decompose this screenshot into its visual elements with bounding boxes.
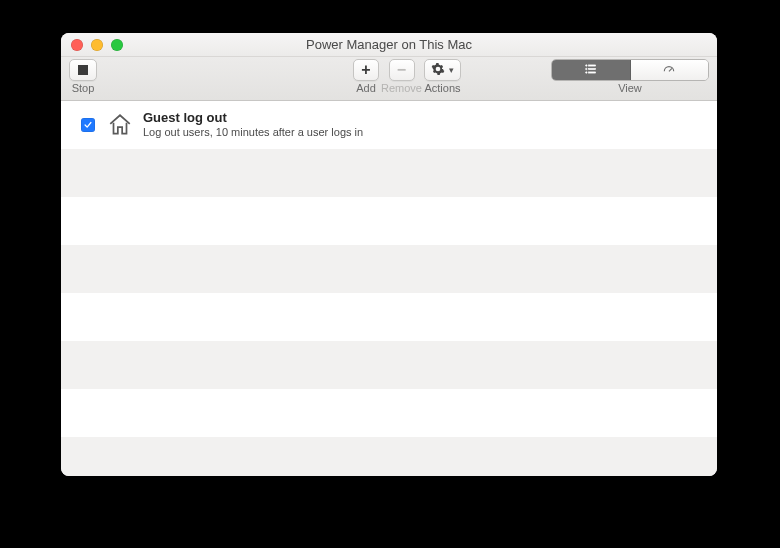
svg-rect-5 — [588, 71, 595, 72]
list-item — [61, 149, 717, 197]
toolbar: Stop Add Remove ▾ Ac — [61, 57, 717, 101]
svg-point-2 — [585, 68, 587, 70]
list-item — [61, 437, 717, 476]
view-label: View — [618, 82, 642, 94]
checkmark-icon — [83, 120, 93, 130]
enable-checkbox[interactable] — [81, 118, 95, 132]
stop-label: Stop — [72, 82, 95, 94]
home-icon — [107, 112, 133, 138]
minimize-window-button[interactable] — [91, 39, 103, 51]
view-gauge-button[interactable] — [631, 60, 709, 80]
event-subtitle: Log out users, 10 minutes after a user l… — [143, 126, 363, 140]
event-title: Guest log out — [143, 110, 363, 126]
list-item — [61, 293, 717, 341]
list-icon — [582, 62, 600, 79]
svg-point-4 — [585, 71, 587, 73]
list-item-text: Guest log out Log out users, 10 minutes … — [143, 110, 363, 140]
toolbar-group-remove: Remove — [381, 59, 422, 94]
gear-icon — [431, 62, 445, 79]
toolbar-group-view: View — [551, 59, 709, 94]
titlebar: Power Manager on This Mac — [61, 33, 717, 57]
list-item — [61, 341, 717, 389]
close-window-button[interactable] — [71, 39, 83, 51]
window-controls — [61, 33, 123, 56]
view-list-button[interactable] — [552, 60, 631, 80]
stop-button[interactable] — [69, 59, 97, 81]
list-item[interactable]: Guest log out Log out users, 10 minutes … — [61, 101, 717, 149]
remove-button[interactable] — [389, 59, 415, 81]
app-window: Power Manager on This Mac Stop Add Remov… — [61, 33, 717, 476]
toolbar-group-stop: Stop — [69, 59, 97, 94]
actions-menu-button[interactable]: ▾ — [424, 59, 461, 81]
window-title: Power Manager on This Mac — [61, 37, 717, 52]
svg-line-6 — [669, 68, 672, 71]
event-list: Guest log out Log out users, 10 minutes … — [61, 101, 717, 476]
toolbar-group-add: Add — [353, 59, 379, 94]
actions-label: Actions — [424, 82, 460, 94]
gauge-icon — [660, 62, 678, 79]
add-button[interactable] — [353, 59, 379, 81]
stop-icon — [78, 65, 88, 75]
view-segmented-control — [551, 59, 709, 81]
svg-point-0 — [585, 64, 587, 66]
list-item — [61, 197, 717, 245]
add-label: Add — [356, 82, 376, 94]
svg-rect-1 — [588, 64, 595, 65]
toolbar-group-actions: ▾ Actions — [424, 59, 461, 94]
list-item — [61, 245, 717, 293]
chevron-down-icon: ▾ — [449, 65, 454, 75]
svg-rect-3 — [588, 68, 595, 69]
list-item — [61, 389, 717, 437]
remove-label: Remove — [381, 82, 422, 94]
zoom-window-button[interactable] — [111, 39, 123, 51]
